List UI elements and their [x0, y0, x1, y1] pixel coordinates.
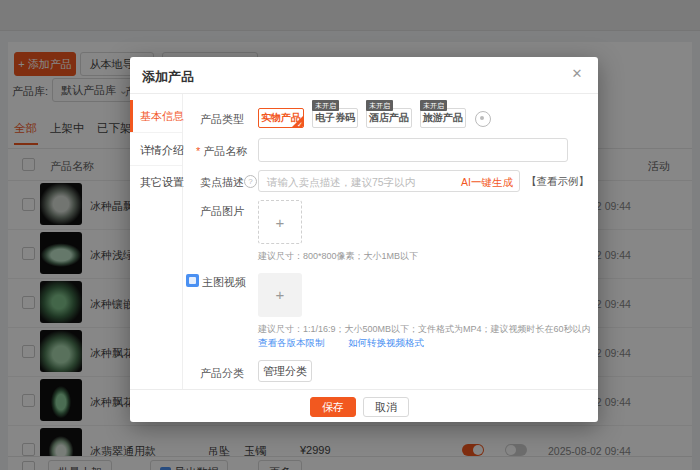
- modal-header-divider: [130, 93, 598, 94]
- ai-generate-link[interactable]: AI一键生成: [461, 176, 513, 190]
- convert-format-link[interactable]: 如何转换视频格式: [348, 337, 424, 350]
- travel-disabled-badge: 未开启: [420, 100, 447, 111]
- image-size-hint: 建议尺寸：800*800像素；大小1MB以下: [258, 250, 418, 263]
- hotel-disabled-badge: 未开启: [366, 100, 393, 111]
- video-upload-box[interactable]: [258, 273, 302, 317]
- video-label-badge-icon: [186, 274, 199, 287]
- cancel-button[interactable]: 取消: [363, 397, 409, 417]
- selling-point-input[interactable]: 请输入卖点描述，建议75字以内 AI一键生成: [258, 170, 520, 192]
- preview-eye-icon[interactable]: [475, 111, 491, 127]
- close-icon[interactable]: [570, 67, 584, 81]
- video-size-hint: 建议尺寸：1:1/16:9；大小500MB以下；文件格式为MP4；建议视频时长在…: [258, 323, 591, 336]
- modal-tab-basic-info[interactable]: 基本信息: [140, 109, 182, 124]
- active-tab-indicator: [130, 100, 133, 132]
- image-upload-box[interactable]: [258, 200, 302, 244]
- selling-point-label: 卖点描述: [200, 175, 244, 190]
- modal-tab-other-settings[interactable]: 其它设置: [140, 175, 182, 190]
- type-physical-button[interactable]: 实物产品: [258, 108, 304, 128]
- product-image-label: 产品图片: [200, 204, 244, 219]
- version-limit-link[interactable]: 查看各版本限制: [258, 337, 325, 350]
- type-travel-button[interactable]: 旅游产品: [420, 108, 466, 128]
- plus-icon: [259, 201, 301, 243]
- product-category-label: 产品分类: [200, 366, 244, 381]
- evoucher-disabled-badge: 未开启: [312, 100, 339, 111]
- view-example-link[interactable]: 【查看示例】: [526, 175, 589, 189]
- modal-tab-details[interactable]: 详情介绍: [140, 143, 182, 158]
- product-type-label: 产品类型: [200, 112, 244, 127]
- plus-icon: [258, 273, 302, 317]
- save-button[interactable]: 保存: [310, 397, 356, 417]
- tab-separator: [130, 165, 182, 166]
- help-question-icon[interactable]: [244, 175, 257, 188]
- modal-tabcol-divider: [182, 94, 183, 389]
- manage-category-button[interactable]: 管理分类: [258, 360, 312, 382]
- selling-point-placeholder: 请输入卖点描述，建议75字以内: [267, 176, 415, 190]
- type-hotel-button[interactable]: 酒店产品: [366, 108, 412, 128]
- modal-footer-divider: [130, 389, 598, 390]
- modal-title: 添加产品: [142, 68, 194, 86]
- type-evoucher-button[interactable]: 电子券码: [312, 108, 358, 128]
- add-product-modal: 添加产品 基本信息 详情介绍 其它设置 产品类型 实物产品 电子券码 未开启 酒…: [130, 57, 598, 422]
- product-name-label: 产品名称: [196, 144, 247, 159]
- tab-separator: [130, 132, 182, 133]
- main-video-label: 主图视频: [202, 275, 246, 290]
- product-name-input[interactable]: [258, 138, 568, 162]
- screen: + 添加产品 从本地导入 从其他平台导入 产品库: 默认产品库 产品名称 全部 …: [0, 0, 700, 470]
